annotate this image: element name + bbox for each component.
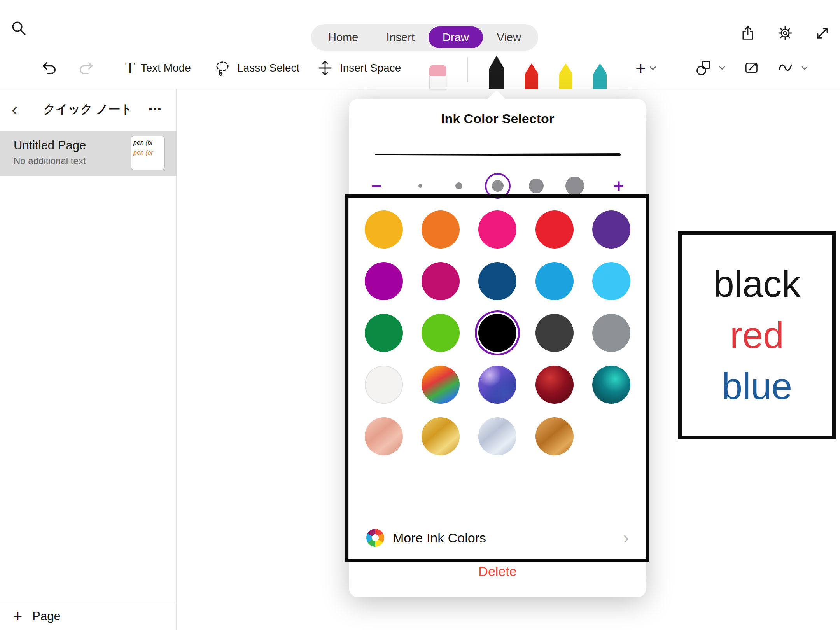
ink-color-white[interactable] [365, 366, 403, 404]
pen-pad-icon [744, 59, 761, 77]
expand-icon [814, 24, 831, 42]
stroke-size-option[interactable] [485, 173, 511, 199]
sidebar-header: ‹ クイック ノート ••• [0, 89, 176, 130]
ink-color-sky-blue[interactable] [592, 262, 630, 300]
draw-toolbar: T Text Mode Lasso Select [0, 47, 840, 89]
shapes-button[interactable] [695, 59, 726, 77]
ink-to-shape-button[interactable] [777, 59, 808, 77]
ink-color-violet[interactable] [592, 210, 630, 248]
pen-tray [429, 50, 607, 89]
lasso-icon [213, 59, 232, 77]
ink-color-magenta[interactable] [422, 262, 460, 300]
popup-caret [487, 90, 507, 110]
ink-color-grid [355, 210, 640, 455]
ink-color-pink[interactable] [478, 210, 516, 248]
more-ink-colors-button[interactable]: More Ink Colors › [349, 525, 646, 551]
text-mode-icon: T [125, 60, 135, 76]
ink-color-red[interactable] [536, 210, 574, 248]
tab-home[interactable]: Home [314, 26, 372, 48]
ink-color-navy-blue[interactable] [478, 262, 516, 300]
ink-color-blue[interactable] [536, 262, 574, 300]
ink-color-yellow[interactable] [365, 210, 403, 248]
sidebar: ‹ クイック ノート ••• Untitled Page No addition… [0, 89, 177, 630]
stroke-size-row: − + [349, 173, 646, 199]
plus-icon: + [13, 609, 22, 624]
chevron-right-icon: › [623, 529, 629, 546]
more-ink-colors-label: More Ink Colors [393, 530, 486, 546]
increase-size-button[interactable]: + [609, 177, 628, 195]
ink-color-popup: Ink Color Selector − + More Ink Colors ›… [349, 99, 646, 597]
plus-icon: + [635, 59, 646, 77]
chevron-down-icon [801, 65, 808, 70]
handwritten-word-black: black [713, 263, 800, 304]
page-thumbnail: pen (bl pen (or [131, 136, 165, 170]
ink-color-dark-gray[interactable] [536, 314, 574, 352]
squiggle-icon [777, 59, 796, 77]
ink-color-orange[interactable] [422, 210, 460, 248]
color-wheel-icon [366, 529, 384, 547]
ink-color-gray[interactable] [592, 314, 630, 352]
toolbar-divider [467, 57, 468, 82]
tab-view[interactable]: View [483, 26, 535, 48]
add-page-button[interactable]: + Page [0, 602, 177, 630]
add-page-label: Page [32, 609, 60, 623]
ink-color-rose-gold[interactable] [365, 417, 403, 455]
ink-color-bronze[interactable] [536, 417, 574, 455]
back-button[interactable]: ‹ [12, 100, 18, 118]
delete-pen-button[interactable]: Delete [349, 564, 646, 579]
ink-color-purple[interactable] [365, 262, 403, 300]
popup-title: Ink Color Selector [349, 111, 646, 126]
stroke-size-option[interactable] [408, 173, 433, 199]
ink-color-galaxy[interactable] [478, 366, 516, 404]
stroke-size-option[interactable] [523, 173, 549, 199]
ink-color-black[interactable] [478, 314, 516, 352]
decrease-size-button[interactable]: − [367, 177, 386, 195]
insert-space-label: Insert Space [340, 62, 401, 74]
fullscreen-button[interactable] [814, 24, 831, 42]
ink-color-silver[interactable] [478, 417, 516, 455]
onenote-app: HomeInsertDrawView [0, 0, 840, 630]
annotation-box-handwriting: blackredblue [678, 231, 836, 439]
ink-color-dark-red-marble[interactable] [536, 366, 574, 404]
stroke-size-option[interactable] [562, 173, 588, 199]
page-list-item[interactable]: Untitled Page No additional text pen (bl… [0, 131, 177, 176]
share-button[interactable] [739, 24, 757, 42]
undo-button[interactable] [41, 60, 58, 77]
search-button[interactable] [9, 19, 28, 37]
tab-draw[interactable]: Draw [429, 26, 483, 48]
page-title: Untitled Page [14, 138, 86, 152]
thumbnail-text-line1: pen (bl [133, 139, 162, 146]
tab-insert[interactable]: Insert [372, 26, 429, 48]
ink-color-dark-teal-marble[interactable] [592, 366, 630, 404]
settings-button[interactable] [776, 24, 794, 42]
share-icon [739, 24, 756, 42]
stroke-size-option[interactable] [446, 173, 472, 199]
ink-color-rainbow-glitter[interactable] [422, 366, 460, 404]
teal-pen[interactable] [593, 63, 607, 89]
ink-color-lime-green[interactable] [422, 314, 460, 352]
lasso-select-label: Lasso Select [237, 62, 299, 74]
text-mode-label: Text Mode [141, 62, 191, 74]
ink-color-green[interactable] [365, 314, 403, 352]
top-bar: HomeInsertDrawView [0, 0, 840, 89]
search-icon [10, 19, 28, 37]
ink-color-gold[interactable] [422, 417, 460, 455]
text-mode-button[interactable]: T Text Mode [125, 60, 191, 76]
redo-button[interactable] [77, 60, 94, 77]
add-pen-button[interactable]: + [635, 59, 657, 77]
undo-icon [41, 60, 58, 77]
insert-space-button[interactable]: Insert Space [316, 59, 401, 77]
shapes-icon [695, 59, 713, 77]
top-right-icons [739, 24, 831, 42]
more-options-button[interactable]: ••• [149, 104, 162, 115]
ink-annotate-button[interactable] [744, 59, 761, 77]
thumbnail-text-line2: pen (or [133, 149, 162, 156]
yellow-highlighter[interactable] [559, 63, 572, 89]
black-pen[interactable] [489, 56, 504, 89]
red-pen[interactable] [525, 63, 538, 89]
lasso-select-button[interactable]: Lasso Select [213, 59, 299, 77]
eraser-tool[interactable] [429, 65, 446, 89]
page-subtitle: No additional text [14, 156, 86, 166]
chevron-down-icon [649, 65, 657, 71]
gear-icon [777, 24, 794, 42]
